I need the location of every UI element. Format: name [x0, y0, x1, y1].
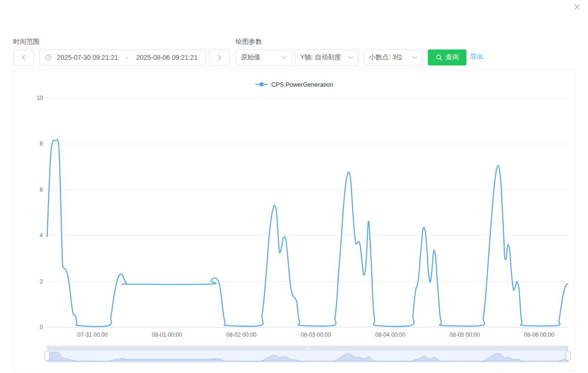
export-link[interactable]: 导出: [470, 53, 483, 61]
date-separator: -: [123, 54, 131, 61]
chevron-down-icon: [348, 56, 353, 59]
next-period-button[interactable]: [209, 49, 230, 65]
datazoom-handle-left[interactable]: [45, 351, 49, 360]
close-x-glyph: [574, 4, 580, 10]
query-button-label: 查询: [446, 53, 459, 62]
select-y-axis-scale-value: Y轴: 自动刻度: [300, 53, 341, 62]
legend-line-marker-icon: [255, 81, 268, 87]
select-y-axis-scale[interactable]: Y轴: 自动刻度: [295, 49, 359, 65]
select-value-mode[interactable]: 原始值: [236, 49, 292, 65]
date-end-value: 2025-08-06 09:21:21: [134, 54, 200, 61]
prev-period-button[interactable]: [13, 49, 34, 65]
chevron-down-icon: [412, 56, 417, 59]
datazoom-handle-right[interactable]: [566, 351, 571, 360]
y-axis-label: 4: [40, 232, 43, 239]
x-axis-label: 08-03 00:00: [301, 332, 331, 338]
close-icon[interactable]: [573, 3, 581, 11]
series-line: [47, 140, 568, 327]
plot-params-label: 绘图参数: [236, 38, 262, 46]
search-icon: [436, 54, 442, 61]
y-axis-label: 2: [40, 278, 43, 285]
x-axis-label: 08-04 00:00: [375, 332, 405, 338]
x-axis-label: 07-31 00:00: [77, 332, 107, 338]
select-value-mode-value: 原始值: [241, 53, 261, 62]
time-range-label: 时间范围: [13, 38, 40, 46]
date-range-picker[interactable]: 2025-07-30 09:21:21 - 2025-08-06 09:21:2…: [39, 49, 206, 65]
y-axis-label: 8: [40, 140, 43, 147]
x-axis-label: 08-06 00:00: [524, 332, 554, 338]
x-axis-label: 08-01 00:00: [152, 332, 182, 338]
chart-panel: CPS.PowerGeneration 024681007-31 00:0008…: [13, 70, 575, 371]
y-axis-label: 10: [37, 95, 43, 101]
query-button[interactable]: 查询: [428, 49, 466, 65]
legend-item[interactable]: CPS.PowerGeneration: [14, 81, 574, 88]
date-start-value: 2025-07-30 09:21:21: [55, 54, 121, 61]
chevron-down-icon: [281, 56, 287, 59]
chevron-left-icon: [21, 55, 26, 60]
x-axis-label: 08-05 00:00: [449, 332, 480, 338]
y-axis-label: 0: [40, 324, 43, 331]
select-decimal-places[interactable]: 小数点: 3位: [364, 49, 423, 65]
x-axis-label: 08-02 00:00: [226, 332, 256, 338]
legend-label: CPS.PowerGeneration: [271, 81, 334, 88]
select-decimal-places-value: 小数点: 3位: [369, 53, 403, 62]
clock-icon: [45, 54, 52, 61]
y-axis-label: 6: [40, 186, 43, 193]
chevron-right-icon: [217, 55, 222, 60]
line-chart: 024681007-31 00:0008-01 00:0008-02 00:00…: [14, 70, 574, 371]
